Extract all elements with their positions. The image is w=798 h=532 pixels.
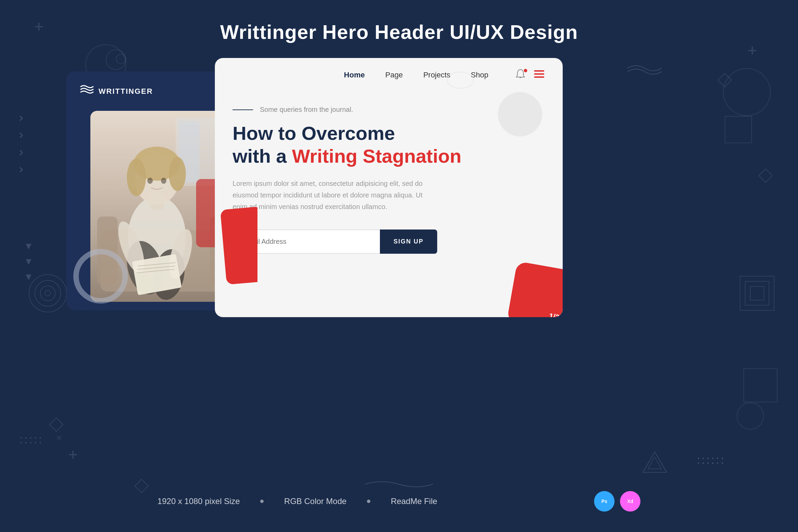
nav-bar: Home Page Projects Shop	[215, 58, 563, 92]
logo-text: WRITTINGER	[99, 87, 153, 96]
bg-circle-r2	[737, 402, 764, 430]
svg-point-31	[161, 178, 166, 184]
hero-title-line2-prefix: with a	[233, 145, 292, 167]
circle-decoration	[73, 249, 128, 304]
xd-badge: Xd	[620, 491, 640, 512]
svg-point-30	[147, 178, 153, 184]
svg-rect-33	[534, 73, 544, 75]
subtitle-dash	[233, 109, 253, 110]
bg-wavy-bottom	[365, 477, 433, 491]
hero-title-highlight: Writing Stagnation	[292, 145, 461, 167]
bell-icon[interactable]	[516, 69, 528, 81]
red-shape-left	[220, 206, 257, 285]
hero-title: How to Overcome with a Writing Stagnatio…	[233, 122, 545, 167]
color-label: RGB Color Mode	[284, 497, 346, 506]
svg-point-28	[127, 159, 146, 196]
signup-form: SIGN UP	[233, 230, 437, 254]
bg-square-r2	[743, 368, 778, 402]
bg-x-1: ×	[56, 432, 62, 443]
svg-point-29	[169, 157, 186, 191]
bg-chevrons: ››››	[19, 109, 23, 178]
bg-circle-r1	[723, 68, 771, 116]
hero-title-line1: How to Overcome	[233, 122, 395, 144]
nav-icons	[516, 69, 545, 81]
bg-diamond-1	[718, 73, 732, 87]
svg-rect-34	[534, 76, 544, 78]
bg-square-r1	[725, 116, 752, 143]
bg-dots-grid-r	[698, 458, 723, 464]
bg-circle-3	[116, 54, 126, 64]
nav-item-page[interactable]: Page	[385, 71, 403, 79]
svg-rect-2	[750, 286, 764, 300]
ps-badge: Ps	[594, 491, 615, 512]
subtitle-text: Some queries from the journal.	[260, 106, 353, 114]
svg-rect-0	[740, 276, 774, 310]
nav-item-home[interactable]: Home	[344, 71, 365, 79]
red-corner-decoration: 1/3	[507, 261, 563, 317]
bottom-bar: 1920 x 1080 pixel Size RGB Color Mode Re…	[0, 491, 798, 512]
page-title: Writtinger Hero Header UI/UX Design	[220, 20, 578, 43]
bg-triangle-outline	[641, 450, 668, 474]
dot-separator-2	[367, 500, 370, 503]
bg-plus-2: +	[748, 41, 757, 60]
bg-circle-2	[106, 49, 126, 70]
bg-wavy	[627, 61, 662, 75]
svg-point-4	[35, 280, 61, 306]
right-card: Home Page Projects Shop	[215, 58, 563, 317]
bg-diamond-4	[758, 168, 773, 183]
bg-diamond-2	[49, 417, 63, 432]
tool-icons: Ps Xd	[594, 491, 640, 512]
readme-label: ReadMe File	[391, 497, 437, 506]
size-label: 1920 x 1080 pixel Size	[158, 497, 240, 506]
bg-triangles: ▼▼▼	[24, 239, 33, 284]
wavy-top-decoration	[447, 72, 474, 89]
signup-button[interactable]: SIGN UP	[380, 230, 437, 254]
bg-plus-3: +	[68, 445, 78, 464]
svg-point-6	[45, 291, 50, 296]
hero-description: Lorem ipsum dolor sit amet, consectetur …	[233, 178, 424, 212]
svg-point-3	[29, 275, 66, 312]
logo-icon	[80, 84, 94, 99]
top-circle-decoration	[498, 92, 542, 136]
bg-plus-1: +	[34, 17, 44, 36]
svg-rect-1	[745, 281, 769, 305]
slide-counter: 1/3	[548, 312, 560, 317]
svg-rect-32	[534, 70, 544, 72]
bg-dots-grid-l	[20, 437, 41, 443]
svg-marker-7	[643, 452, 667, 472]
hamburger-icon[interactable]	[533, 69, 545, 81]
nav-item-projects[interactable]: Projects	[423, 71, 450, 79]
svg-marker-8	[648, 457, 662, 469]
dot-separator-1	[260, 500, 264, 503]
bg-concentric	[737, 273, 778, 314]
bg-concentric-circles	[27, 273, 68, 314]
svg-point-5	[40, 286, 55, 301]
bell-notification-dot	[524, 69, 527, 72]
